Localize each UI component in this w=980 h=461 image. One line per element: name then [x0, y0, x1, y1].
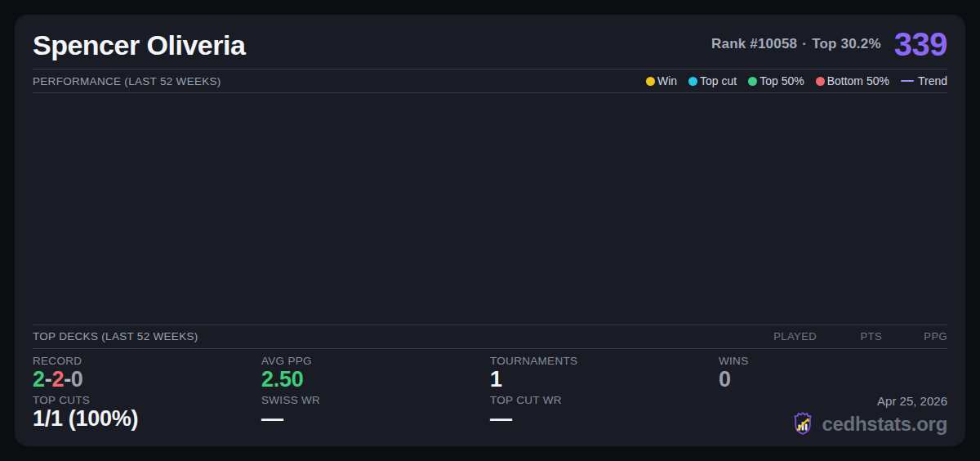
record-wins: 2 [33, 367, 45, 392]
record-draws: 0 [71, 367, 83, 392]
legend-label: Trend [918, 74, 947, 87]
wins-value: 0 [719, 368, 947, 391]
legend-item-top-cut: Top cut [688, 74, 737, 87]
swiss-wr-value: — [261, 407, 490, 430]
avg-ppg-value: 2.50 [261, 368, 490, 391]
footer-date: Apr 25, 2026 [877, 394, 947, 408]
record-value: 2-2-0 [33, 368, 261, 391]
rank-text: Rank #10058·Top 30.2% [711, 36, 881, 52]
top-percent-label: Top 30.2% [812, 36, 881, 51]
record-label: RECORD [33, 355, 261, 367]
stat-column-3: TOURNAMENTS 1 TOP CUT WR — [490, 355, 719, 438]
avg-ppg-label: AVG PPG [261, 355, 490, 367]
swiss-wr-label: SWISS WR [261, 394, 490, 406]
top-50-dot-icon [748, 77, 757, 86]
column-header-ppg: PPG [882, 330, 947, 342]
column-header-played: PLAYED [751, 330, 817, 342]
top-cut-dot-icon [688, 77, 697, 86]
swiss-wr-stat: SWISS WR — [261, 394, 490, 430]
tournaments-value: 1 [490, 368, 719, 391]
record-losses: 2 [51, 367, 64, 392]
brand-row: cedhstats.org [789, 410, 947, 438]
performance-section-header: PERFORMANCE (LAST 52 WEEKS) Win Top cut … [33, 69, 947, 92]
legend-item-win: Win [646, 74, 677, 87]
chart-legend: Win Top cut Top 50% Bottom 50% Trend [646, 74, 947, 87]
top-decks-column-headers: PLAYED PTS PPG [751, 330, 947, 342]
tournaments-label: TOURNAMENTS [490, 355, 719, 367]
wins-stat: WINS 0 [719, 355, 947, 391]
cedhstats-logo-icon [789, 410, 817, 438]
card-footer: Apr 25, 2026 cedhstats.org [719, 394, 947, 438]
legend-label: Bottom 50% [827, 74, 889, 87]
stat-column-4: WINS 0 Apr 25, 2026 cedhstats.org [719, 355, 947, 438]
top-cut-wr-value: — [490, 407, 719, 430]
top-cut-wr-label: TOP CUT WR [490, 394, 719, 406]
brand-text: cedhstats.org [822, 413, 947, 436]
rank-label: Rank #10058 [711, 36, 797, 51]
legend-label: Top 50% [760, 74, 804, 87]
legend-item-top-50: Top 50% [748, 74, 804, 87]
rank-separator: · [802, 36, 807, 51]
bottom-50-dot-icon [816, 77, 825, 86]
legend-label: Top cut [700, 74, 737, 87]
top-decks-section-header: TOP DECKS (LAST 52 WEEKS) PLAYED PTS PPG [33, 325, 947, 348]
top-decks-section-title: TOP DECKS (LAST 52 WEEKS) [33, 330, 198, 342]
avg-ppg-stat: AVG PPG 2.50 [261, 355, 490, 391]
stats-grid: RECORD 2-2-0 TOP CUTS 1/1 (100%) AVG PPG… [33, 349, 947, 438]
page-title: Spencer Oliveria [33, 30, 245, 60]
top-cuts-value: 1/1 (100%) [33, 407, 261, 430]
win-dot-icon [646, 77, 655, 86]
performance-chart-plot-area [33, 93, 947, 324]
top-cuts-label: TOP CUTS [33, 394, 261, 406]
top-cut-wr-stat: TOP CUT WR — [490, 394, 719, 430]
player-stats-card: Spencer Oliveria Rank #10058·Top 30.2% 3… [15, 15, 965, 446]
legend-item-trend: Trend [901, 74, 947, 87]
legend-label: Win [657, 74, 677, 87]
performance-section-title: PERFORMANCE (LAST 52 WEEKS) [33, 75, 221, 87]
stat-column-1: RECORD 2-2-0 TOP CUTS 1/1 (100%) [33, 355, 261, 438]
top-cuts-stat: TOP CUTS 1/1 (100%) [33, 394, 261, 430]
rank-group: Rank #10058·Top 30.2% 339 [711, 29, 947, 60]
trend-line-icon [901, 80, 914, 83]
stat-column-2: AVG PPG 2.50 SWISS WR — [261, 355, 490, 438]
wins-label: WINS [719, 355, 947, 367]
legend-item-bottom-50: Bottom 50% [816, 74, 889, 87]
record-stat: RECORD 2-2-0 [33, 355, 261, 391]
rating-value: 339 [894, 29, 947, 59]
tournaments-stat: TOURNAMENTS 1 [490, 355, 719, 391]
card-header: Spencer Oliveria Rank #10058·Top 30.2% 3… [33, 29, 947, 69]
column-header-pts: PTS [817, 330, 882, 342]
